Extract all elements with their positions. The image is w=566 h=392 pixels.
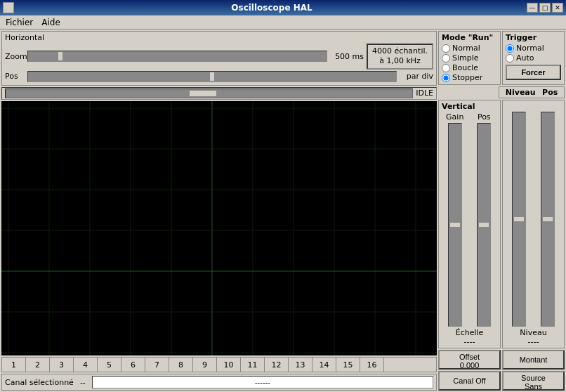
close-button[interactable]: ✕ [552, 3, 563, 13]
scroll-thumb[interactable] [189, 90, 217, 97]
channel-tab-8[interactable]: 8 [169, 358, 193, 372]
channel-tab-6[interactable]: 6 [121, 358, 145, 372]
mode-simple-radio[interactable] [442, 54, 450, 63]
niv-pos-labels: Niveau Pos [499, 86, 565, 98]
zoom-slider[interactable] [27, 51, 327, 62]
trig-normal-row: Normal [506, 44, 561, 53]
bottom-left-btns: Offset 0.000 Canal Off [438, 350, 501, 391]
pos-v-label: Pos [478, 112, 491, 122]
maximize-button[interactable]: □ [539, 3, 551, 13]
mode-simple-label: Simple [452, 53, 479, 63]
echelle-title: Échelle [442, 328, 497, 337]
vertical-title: Vertical [442, 102, 497, 111]
channel-tab-4[interactable]: 4 [74, 358, 98, 372]
offset-button[interactable]: Offset 0.000 [438, 350, 501, 370]
force-button[interactable]: Forcer [506, 65, 561, 80]
canal-selectionne-label: Canal sélectionné [5, 378, 74, 387]
left-panel: Horizontal Zoom 500 ms 4000 échantil. à … [1, 31, 437, 391]
channel-tab-2[interactable]: 2 [26, 358, 50, 372]
mode-normal-radio[interactable] [442, 44, 450, 53]
mode-normal-label: Normal [452, 44, 480, 53]
channel-value-input[interactable] [92, 376, 433, 388]
offset-label: Offset [442, 353, 496, 361]
channel-tab-5[interactable]: 5 [98, 358, 121, 372]
menu-fichier[interactable]: Fichier [1, 16, 37, 29]
trigger-section: Trigger Normal Auto Forcer [502, 31, 565, 85]
trig-sliders [506, 112, 561, 327]
main-content: Horizontal Zoom 500 ms 4000 échantil. à … [0, 30, 566, 392]
horizontal-section: Horizontal Zoom 500 ms 4000 échantil. à … [1, 31, 437, 86]
window-controls: — □ ✕ [527, 3, 563, 13]
niveau-bottom-val: ---- [506, 337, 561, 346]
trigger-vertical-section: Niveau ---- [502, 100, 565, 348]
mode-stopper-radio[interactable] [442, 74, 450, 82]
echelle-val: ---- [442, 337, 497, 346]
trig-normal-radio[interactable] [506, 44, 514, 53]
channel-number: -- [77, 378, 89, 387]
top-right: Mode "Run" Normal Simple Boucle Stopper [438, 31, 565, 85]
sample-box: 4000 échantil. à 1,00 kHz [367, 44, 433, 70]
mode-stopper-row: Stopper [442, 73, 497, 82]
channel-tab-1[interactable]: 1 [2, 358, 26, 372]
minimize-button[interactable]: — [527, 3, 538, 13]
channel-tabs: 1 2 3 4 5 6 7 8 9 10 11 12 13 14 15 16 [1, 357, 437, 372]
vertical-sliders: Gain Pos [442, 112, 497, 327]
mode-run-title: Mode "Run" [442, 33, 497, 42]
pos-label: Pos [542, 88, 558, 97]
mode-boucle-row: Boucle [442, 63, 497, 72]
titlebar: Oscilloscope HAL — □ ✕ [0, 0, 566, 15]
sample-label: 4000 échantil. [372, 46, 428, 56]
channel-tab-3[interactable]: 3 [50, 358, 74, 372]
channel-tab-10[interactable]: 10 [217, 358, 241, 372]
mode-normal-row: Normal [442, 44, 497, 53]
montant-button[interactable]: Montant [502, 350, 565, 370]
niveau-label: Niveau [506, 88, 536, 97]
osc-display [1, 101, 437, 355]
pos-v-slider[interactable] [477, 123, 491, 327]
trig-pos-col [535, 112, 562, 327]
horizontal-title: Horizontal [5, 33, 433, 42]
channel-tab-13[interactable]: 13 [289, 358, 312, 372]
trig-pos-slider[interactable] [541, 112, 555, 327]
offset-val: 0.000 [442, 361, 496, 370]
trig-spacer [506, 102, 561, 112]
channel-tab-15[interactable]: 15 [336, 358, 360, 372]
zoom-row: Zoom 500 ms 4000 échantil. à 1,00 kHz [5, 44, 433, 70]
niveau-bottom-label: Niveau [506, 328, 561, 337]
trig-auto-radio[interactable] [506, 54, 514, 63]
canal-off-button[interactable]: Canal Off [438, 371, 501, 391]
trig-auto-label: Auto [516, 53, 534, 63]
osc-grid [1, 101, 437, 355]
window-title: Oscilloscope HAL [17, 3, 527, 13]
mode-simple-row: Simple [442, 53, 497, 63]
right-panel: Mode "Run" Normal Simple Boucle Stopper [438, 31, 565, 391]
vertical-section: Vertical Gain Pos Échelle ---- [438, 100, 501, 348]
menu-aide[interactable]: Aide [37, 16, 65, 29]
pos-slider[interactable] [27, 71, 397, 82]
channel-tab-12[interactable]: 12 [265, 358, 289, 372]
niv-pos-header: Niveau Pos [438, 86, 565, 98]
zoom-label: Zoom [5, 52, 25, 61]
spacer-left [438, 86, 497, 98]
bottom-right-btns: Montant Source Sans [502, 350, 565, 391]
scroll-track[interactable] [5, 89, 413, 98]
channel-tab-11[interactable]: 11 [241, 358, 265, 372]
channel-tab-9[interactable]: 9 [193, 358, 217, 372]
gain-slider[interactable] [448, 123, 462, 327]
channel-tab-16[interactable]: 16 [360, 358, 384, 372]
trig-auto-row: Auto [506, 53, 561, 63]
bottom-buttons: Offset 0.000 Canal Off Montant Source Sa… [438, 350, 565, 391]
per-div: par div [400, 72, 433, 81]
mode-boucle-radio[interactable] [442, 64, 450, 72]
selected-channel-bar: Canal sélectionné -- [1, 374, 437, 391]
mode-stopper-label: Stopper [452, 73, 482, 82]
channel-tab-14[interactable]: 14 [312, 358, 336, 372]
gain-col: Gain [442, 112, 468, 327]
channel-tab-7[interactable]: 7 [145, 358, 169, 372]
status-bar: IDLE [1, 87, 437, 100]
app-icon [3, 2, 14, 13]
trig-niveau-slider[interactable] [512, 112, 526, 327]
source-button[interactable]: Source Sans [502, 371, 565, 391]
source-val: Sans [506, 382, 560, 391]
pos-label: Pos [5, 72, 25, 81]
